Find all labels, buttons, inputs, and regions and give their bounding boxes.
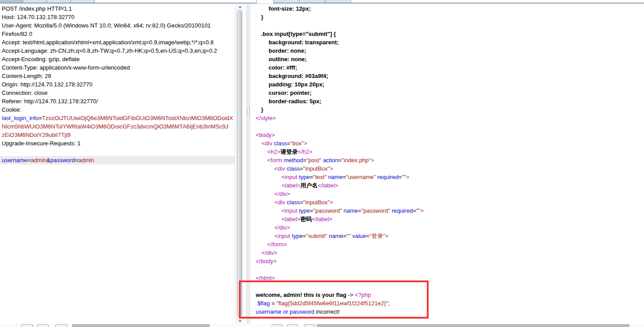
request-tab-stub[interactable] xyxy=(71,0,95,3)
code-line: <div class="inputBox"> xyxy=(254,198,644,206)
code-line: outline: none; xyxy=(254,55,644,63)
request-tab-selected[interactable] xyxy=(0,0,23,3)
tab-strip-accent xyxy=(0,3,644,4)
response-panel[interactable]: font-size: 12px;} .box input[type="submi… xyxy=(251,4,644,324)
response-tab-stub[interactable] xyxy=(274,0,300,3)
code-line xyxy=(254,122,644,131)
code-line xyxy=(254,265,644,274)
code-line: Referer: http://124.70.132.178:32770/ xyxy=(0,97,235,105)
response-editor-button-stub[interactable] xyxy=(287,324,298,327)
code-line: } xyxy=(254,13,644,21)
code-line: } xyxy=(254,105,644,114)
code-line: Origin: http://124.70.132.178:32770 xyxy=(0,80,235,89)
code-line xyxy=(0,148,235,156)
code-line: background: transparent; xyxy=(254,38,644,47)
response-tab-stub[interactable] xyxy=(300,0,325,3)
request-panel[interactable]: POST /index.php HTTP/1.1Host: 124.70.132… xyxy=(0,4,235,324)
scrollbar-thumb[interactable] xyxy=(237,10,242,317)
request-editor-button-stub[interactable] xyxy=(21,324,33,327)
code-line: <form method="post" action="index.php"> xyxy=(254,156,644,164)
bottom-bar xyxy=(0,323,644,327)
code-line: <h2>请登录</h2> xyxy=(254,148,644,156)
flag-annotation-box xyxy=(239,280,429,319)
code-line: <input type="text" name="username" requi… xyxy=(254,173,644,181)
response-search-field-stub[interactable] xyxy=(317,324,629,327)
code-line: background: #03a9f4; xyxy=(254,72,644,80)
code-line: Nlcm5hbWUiO3M6NToiYWRtaW4iO3M6ODoicGFzc3… xyxy=(0,122,235,131)
code-line: username=admin&password=admin xyxy=(0,156,235,164)
code-line: User-Agent: Mozilla/5.0 (Windows NT 10.0… xyxy=(0,21,235,30)
code-line: Accept-Language: zh-CN,zh;q=0.8,zh-TW;q=… xyxy=(0,47,235,55)
code-line: <input type="submit" name="" value="登录"> xyxy=(254,232,644,240)
code-line: zEiO3M6NDoiY29ubiI7Tjt9 xyxy=(0,131,235,139)
scroll-up-icon[interactable]: ▲ xyxy=(237,4,243,10)
response-tab-selected[interactable] xyxy=(256,0,274,4)
response-viewer[interactable]: font-size: 12px;} .box input[type="submi… xyxy=(254,4,644,316)
code-line: Firefox/82.0 xyxy=(0,30,235,38)
code-line: Content-Length: 29 xyxy=(0,72,235,80)
code-line: </div> xyxy=(254,249,644,257)
code-line: Accept: text/html,application/xhtml+xml,… xyxy=(0,38,235,47)
code-line: </div> xyxy=(254,190,644,198)
code-line: </div> xyxy=(254,223,644,232)
splitter-strip xyxy=(246,4,250,327)
code-line: <input type="password" name="password" r… xyxy=(254,206,644,215)
repeater-view: POST /index.php HTTP/1.1Host: 124.70.132… xyxy=(0,0,644,327)
response-editor-button-stub[interactable] xyxy=(304,324,315,327)
code-line: Upgrade-Insecure-Requests: 1 xyxy=(0,139,235,148)
splitter-grip-handle[interactable] xyxy=(247,107,250,114)
request-scrollbar[interactable]: ▲ ▼ xyxy=(236,4,243,324)
code-line: </style> xyxy=(254,114,644,122)
request-editor[interactable]: POST /index.php HTTP/1.1Host: 124.70.132… xyxy=(0,4,235,164)
code-line: .box input[type="submit"] { xyxy=(254,30,644,38)
code-line: last_login_info=TzozOiJTUUwiOjQ6e3M6NToi… xyxy=(0,114,235,122)
code-line: </form> xyxy=(254,240,644,249)
code-line xyxy=(254,21,644,30)
code-line: </body> xyxy=(254,257,644,265)
code-line: cursor: pointer; xyxy=(254,89,644,97)
code-line: color: #fff; xyxy=(254,63,644,72)
code-line: Accept-Encoding: gzip, deflate xyxy=(0,55,235,63)
code-line: border-radius: 5px; xyxy=(254,97,644,105)
code-line: Connection: close xyxy=(0,89,235,97)
pane-splitter[interactable] xyxy=(243,4,251,327)
request-editor-button-stub[interactable] xyxy=(55,324,67,327)
code-line: padding: 10px 20px; xyxy=(254,80,644,89)
request-editor-button-stub[interactable] xyxy=(37,324,49,327)
code-line: <label>密码</label> xyxy=(254,215,644,223)
response-tab-stub[interactable] xyxy=(325,0,351,3)
response-editor-button-stub[interactable] xyxy=(272,324,282,327)
code-line: <div class="box"> xyxy=(254,139,644,148)
code-line: <label>用户名</label> xyxy=(254,181,644,190)
code-line: font-size: 12px; xyxy=(254,4,644,13)
code-line: Content-Type: application/x-www-form-url… xyxy=(0,63,235,72)
code-line: border: none; xyxy=(254,47,644,55)
code-line: <body> xyxy=(254,131,644,139)
code-line: Cookie: xyxy=(0,105,235,114)
tab-strip xyxy=(0,0,644,4)
code-line: POST /index.php HTTP/1.1 xyxy=(0,4,235,13)
code-line: <div class="inputBox"> xyxy=(254,164,644,173)
request-tab-stub[interactable] xyxy=(47,0,71,3)
code-line: Host: 124.70.132.178:32770 xyxy=(0,13,235,21)
request-search-field-stub[interactable] xyxy=(72,324,210,327)
request-tab-stub[interactable] xyxy=(23,0,47,3)
